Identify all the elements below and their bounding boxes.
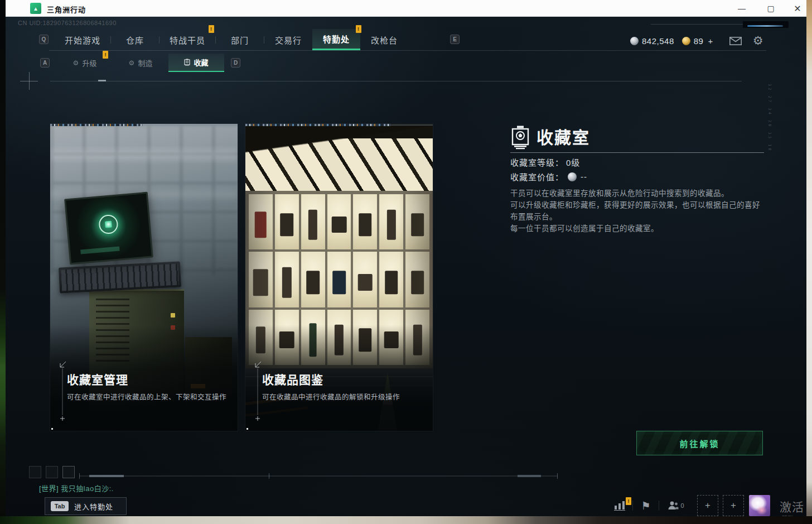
- silver-coin-icon: [568, 172, 577, 181]
- nav-underline: [49, 50, 766, 51]
- room-level-row: 收藏室等级： 0级: [510, 156, 580, 168]
- mini-slot[interactable]: [46, 466, 58, 478]
- maximize-button[interactable]: ▢: [760, 0, 782, 17]
- enter-special-ops-button[interactable]: Tab 进入特勤处: [45, 497, 127, 515]
- nav-tab-gunsmith[interactable]: 改枪台: [360, 29, 408, 50]
- display-case-icon: [184, 59, 190, 66]
- divider-highlight: [98, 80, 106, 81]
- alert-badge: !: [626, 497, 631, 505]
- nav-tab-start-game[interactable]: 开始游戏: [55, 29, 110, 50]
- chat-message[interactable]: [世界] 我只抽lao白沙:.: [39, 483, 114, 493]
- add-gold-button[interactable]: +: [708, 36, 713, 46]
- desktop-strip-bottom: [0, 516, 812, 524]
- corner-marks: [58, 360, 70, 423]
- panel-title: 收藏室: [536, 124, 590, 148]
- key-hint-e: E: [450, 35, 460, 44]
- panel-divider: [510, 152, 764, 153]
- player-avatar[interactable]: [749, 495, 770, 516]
- windows-activation-watermark: 激活 W: [780, 498, 806, 515]
- tab-keycap: Tab: [51, 501, 69, 511]
- card-desc: 可在收藏品中进行收藏品的解锁和升级操作: [262, 391, 400, 402]
- window-title: 三角洲行动: [47, 4, 86, 15]
- card-desc: 可在收藏室中进行收藏品的上架、下架和交互操作: [67, 391, 226, 402]
- subtab-craft[interactable]: ⚙ 制造: [113, 54, 168, 72]
- windows-activation-sub: 转到: [782, 513, 793, 516]
- card-data-strip: [50, 124, 238, 126]
- subtab-collection[interactable]: 收藏: [168, 54, 224, 72]
- chat-channel: [世界]: [39, 484, 59, 493]
- desktop-strip-left: [0, 0, 6, 524]
- nav-tab-department[interactable]: 部门: [216, 29, 264, 50]
- key-hint-a: A: [40, 58, 50, 68]
- nav-tab-special-ops[interactable]: 特勤处 !: [312, 29, 360, 50]
- nav-tab-market[interactable]: 交易行: [264, 29, 312, 50]
- friend-count: 0: [680, 502, 684, 509]
- desktop-strip-right: [806, 0, 812, 524]
- desktop-background: ▲ 三角洲行动 — ▢ ✕ CN UID:1829076312680684169…: [0, 0, 812, 524]
- key-hint-q: Q: [39, 35, 49, 44]
- kiosk-screen: [64, 192, 153, 265]
- value-label: 收藏室价值：: [510, 171, 564, 182]
- crosshair-deco: [29, 72, 30, 90]
- add-slot-button[interactable]: +: [723, 495, 744, 516]
- card-title: 收藏室管理: [67, 371, 128, 387]
- gold-amount: 89: [694, 36, 704, 46]
- card-caption: 收藏室管理 可在收藏室中进行收藏品的上架、下架和交互操作: [50, 325, 238, 431]
- mail-icon[interactable]: [728, 37, 743, 45]
- scroll-segment: [518, 475, 541, 477]
- app-logo-icon: ▲: [30, 3, 41, 14]
- silver-amount: 842,548: [642, 36, 674, 46]
- subtab-upgrade[interactable]: ⚙ 升级 !: [57, 54, 113, 72]
- card-title: 收藏品图鉴: [262, 371, 323, 387]
- card-collection-room-management[interactable]: 收藏室管理 可在收藏室中进行收藏品的上架、下架和交互操作: [50, 124, 238, 431]
- go-unlock-button[interactable]: 前往解锁: [636, 431, 763, 455]
- content-divider: [50, 81, 742, 81]
- gold-coin-icon: [682, 37, 690, 45]
- mini-slot[interactable]: [62, 466, 75, 478]
- scroll-track[interactable]: [79, 475, 558, 477]
- main-nav: 开始游戏 仓库 特战干员 ! 部门 交易行 特勤处 ! 改枪台: [55, 29, 408, 50]
- nav-tab-operators[interactable]: 特战干员 !: [160, 29, 215, 50]
- game-content: CN UID:18290763126806841690 Q 开始游戏 仓库 特战…: [6, 17, 806, 516]
- add-slot-button[interactable]: +: [697, 495, 718, 516]
- alert-badge: !: [103, 51, 108, 59]
- bottom-icon-bar: ! ⚑ 0 + +: [607, 494, 770, 516]
- tab-button-label: 进入特勤处: [74, 501, 113, 512]
- gold-currency[interactable]: 89 +: [682, 36, 713, 46]
- game-window: ▲ 三角洲行动 — ▢ ✕ CN UID:1829076312680684169…: [6, 0, 806, 516]
- network-indicator: [743, 21, 789, 28]
- gears-icon: ⚙: [129, 60, 135, 66]
- settings-gear-icon[interactable]: ⚙: [751, 34, 765, 47]
- chat-text: 我只抽lao白沙:.: [59, 484, 114, 493]
- card-data-strip: [245, 124, 433, 126]
- flag-icon[interactable]: ⚑: [633, 499, 659, 512]
- header-deco-line: [651, 24, 745, 25]
- side-tick-deco: 12 27 34 20 33 10: [767, 84, 772, 152]
- stats-chart-icon[interactable]: !: [607, 501, 632, 511]
- mini-slot[interactable]: [29, 466, 41, 478]
- friends-icon[interactable]: 0: [659, 501, 693, 511]
- level-value: 0级: [566, 156, 580, 168]
- scroll-thumb[interactable]: [89, 475, 124, 477]
- key-hint-d: D: [231, 58, 240, 68]
- gear-up-icon: ⚙: [73, 60, 79, 66]
- close-button[interactable]: ✕: [786, 0, 809, 17]
- nav-tab-warehouse[interactable]: 仓库: [111, 29, 159, 50]
- currency-row: 842,548 89 + ⚙: [630, 33, 765, 48]
- window-titlebar: ▲ 三角洲行动 — ▢ ✕: [6, 0, 806, 17]
- silver-currency: 842,548: [630, 36, 674, 46]
- room-description: 干员可以在收藏室里存放和展示从危险行动中搜索到的收藏品。 可以升级收藏柜和珍藏柜…: [510, 188, 760, 234]
- minimize-button[interactable]: —: [731, 0, 753, 17]
- value-value: --: [581, 172, 587, 181]
- card-caption: 收藏品图鉴 可在收藏品中进行收藏品的解锁和升级操作: [245, 325, 433, 431]
- alert-badge: !: [209, 25, 214, 33]
- sub-nav: ⚙ 升级 ! ⚙ 制造 收藏: [57, 54, 224, 72]
- card-collectible-catalog[interactable]: 收藏品图鉴 可在收藏品中进行收藏品的解锁和升级操作: [245, 124, 433, 431]
- silver-coin-icon: [630, 37, 639, 45]
- level-label: 收藏室等级：: [510, 156, 564, 168]
- corner-marks: [253, 360, 265, 423]
- room-value-row: 收藏室价值： --: [510, 171, 587, 182]
- collection-room-icon: [510, 125, 530, 150]
- player-uid: CN UID:18290763126806841690: [18, 20, 117, 26]
